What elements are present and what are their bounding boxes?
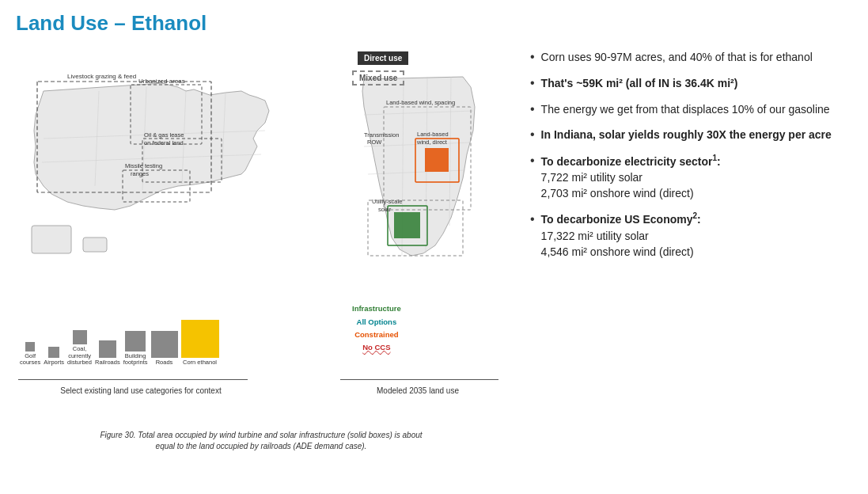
us-map-west: Livestock grazing & feed Urbanized areas… (20, 67, 332, 281)
bar-rect-airports (48, 347, 59, 358)
bottom-label-left: Select existing land use categories for … (18, 386, 263, 395)
svg-text:Oil & gas lease: Oil & gas lease (144, 131, 184, 139)
bullet-6: • To decarbonize US Economy2: 17,322 mi²… (530, 211, 852, 260)
bar-buildings: Buildingfootprints (123, 331, 148, 367)
bar-bracket (18, 379, 248, 380)
bullet-text-1: Corn uses 90-97M acres, and 40% of that … (541, 49, 813, 65)
bullet-4: • In Indiana, solar yields roughly 30X t… (530, 127, 852, 143)
bar-label-corn: Corn ethanol (183, 359, 217, 366)
bullet-text-2: That's ~59K mi² (all of IN is 36.4K mi²) (541, 75, 738, 91)
bar-label-railroads: Railroads (95, 359, 120, 366)
bar-rect-corn (181, 320, 219, 358)
svg-text:Urbanized areas: Urbanized areas (138, 78, 185, 85)
bullet-dot-3: • (530, 101, 535, 118)
page-title: Land Use – Ethanol (16, 11, 852, 36)
diagram-section: Livestock grazing & feed Urbanized areas… (16, 45, 506, 486)
content-area: Livestock grazing & feed Urbanized areas… (16, 45, 852, 486)
bar-airports: Airports (44, 347, 64, 366)
bullet-text-6: To decarbonize US Economy2: 17,322 mi² u… (541, 211, 701, 260)
bar-railroads: Railroads (95, 340, 120, 366)
bullet-1: • Corn uses 90-97M acres, and 40% of tha… (530, 49, 852, 66)
bar-label-buildings: Buildingfootprints (123, 353, 148, 367)
bullet-3: • The energy we get from that displaces … (530, 101, 852, 118)
svg-text:Land-based: Land-based (417, 131, 449, 138)
svg-rect-0 (32, 226, 71, 253)
bullet-dot-1: • (530, 49, 535, 66)
bullets-section: • Corn uses 90-97M acres, and 40% of tha… (514, 45, 852, 486)
bar-golf-courses: Golfcourses (20, 342, 40, 367)
mixed-use-badge: Mixed use (352, 70, 404, 86)
diagram-inner: Livestock grazing & feed Urbanized areas… (16, 45, 506, 425)
svg-text:ROW: ROW (367, 139, 382, 146)
svg-text:Livestock grazing & feed: Livestock grazing & feed (67, 73, 136, 80)
infra-label-2: All Options (352, 316, 401, 329)
svg-rect-33 (394, 212, 420, 238)
direct-use-badge: Direct use (358, 51, 408, 65)
bar-label-golf: Golfcourses (20, 353, 40, 367)
bar-coal: Coal,currentlydisturbed (67, 330, 92, 366)
infra-label-4: No CCS (352, 341, 401, 354)
svg-text:on federal land: on federal land (144, 139, 184, 146)
us-map-east: Land-based wind, spacing Land-based wind… (340, 67, 498, 297)
bullet-dot-4: • (530, 127, 535, 143)
bar-rect-roads (151, 331, 178, 358)
infra-label-3: Constrained (352, 329, 401, 341)
bullet-2: • That's ~59K mi² (all of IN is 36.4K mi… (530, 75, 852, 92)
bar-chart: Golfcourses Airports Coal,currentlydistu… (20, 320, 219, 366)
bar-rect-buildings (125, 331, 146, 352)
svg-text:solar: solar (378, 206, 392, 213)
bar-label-coal: Coal,currentlydisturbed (67, 346, 92, 366)
bar-corn-ethanol: Corn ethanol (181, 320, 219, 366)
bullet-text-3: The energy we get from that displaces 10… (541, 101, 830, 117)
bottom-label-right: Modeled 2035 land use (339, 386, 497, 395)
svg-text:Missile testing: Missile testing (125, 162, 162, 169)
bullet-dot-6: • (530, 211, 535, 228)
svg-text:Land-based wind, spacing: Land-based wind, spacing (386, 99, 455, 106)
bar-rect-railroads (99, 340, 116, 358)
bar-label-airports: Airports (44, 359, 64, 366)
page: Land Use – Ethanol (0, 0, 868, 494)
bar-label-roads: Roads (156, 359, 173, 366)
bullet-text-4: In Indiana, solar yields roughly 30X the… (541, 127, 832, 142)
bar-rect-coal (73, 330, 87, 344)
svg-text:Transmission: Transmission (364, 131, 399, 139)
svg-text:Utility-scale: Utility-scale (372, 198, 402, 205)
infra-label-1: Infrastructure (352, 302, 401, 315)
svg-text:wind, direct: wind, direct (416, 139, 448, 146)
svg-rect-1 (83, 238, 107, 252)
bullet-text-5: To decarbonize electricity sector1: 7,72… (541, 153, 721, 202)
bullet-dot-5: • (530, 153, 535, 169)
bullet-5: • To decarbonize electricity sector1: 7,… (530, 153, 852, 202)
svg-text:ranges: ranges (131, 170, 149, 177)
svg-rect-27 (425, 148, 449, 172)
figure-caption: Figure 30. Total area occupied by wind t… (16, 430, 506, 452)
bar-roads: Roads (151, 331, 178, 366)
infra-legend: Infrastructure All Options Constrained N… (352, 302, 401, 354)
bullet-dot-2: • (530, 75, 535, 92)
east-bracket (340, 379, 498, 380)
bar-rect-golf (25, 342, 35, 352)
